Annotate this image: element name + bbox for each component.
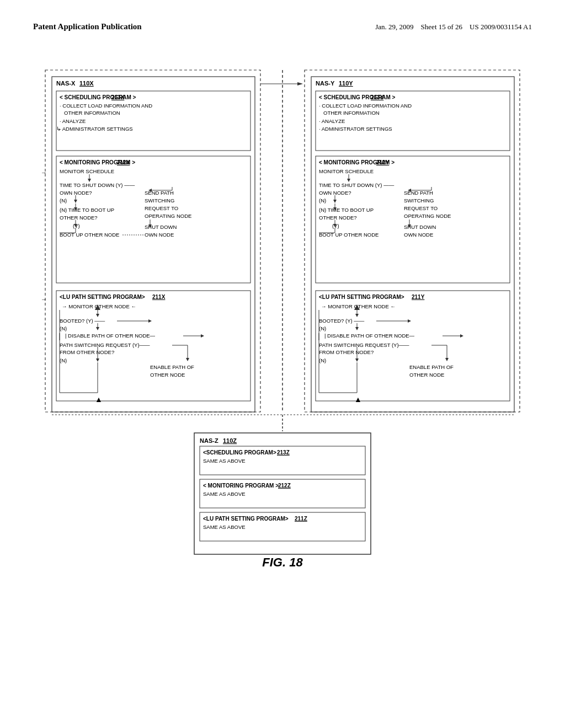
svg-text:NAS-X: NAS-X: [56, 80, 76, 87]
svg-text:<LU PATH SETTING PROGRAM>: <LU PATH SETTING PROGRAM>: [60, 294, 145, 300]
svg-text:→: →: [41, 296, 47, 303]
diagram-svg: NAS-X 110X < SCHEDULING PROGRAM > 213X ·…: [40, 65, 525, 572]
svg-text:REQUEST TO: REQUEST TO: [404, 205, 438, 211]
svg-text:OTHER NODE: OTHER NODE: [409, 372, 444, 378]
svg-text:PATH SWITCHING REQUEST (Y)——: PATH SWITCHING REQUEST (Y)——: [319, 342, 409, 348]
svg-text:110X: 110X: [79, 80, 94, 87]
svg-text:213Z: 213Z: [277, 449, 290, 456]
svg-text:<LU PATH SETTING PROGRAM>: <LU PATH SETTING PROGRAM>: [319, 294, 404, 300]
svg-text:(N): (N): [60, 357, 67, 363]
patent-title: Patent Application Publication: [33, 22, 142, 31]
svg-text:NAS-Y: NAS-Y: [316, 80, 335, 87]
svg-text:OPERATING NODE: OPERATING NODE: [145, 213, 191, 219]
svg-text:< SCHEDULING PROGRAM >: < SCHEDULING PROGRAM >: [319, 94, 396, 100]
svg-text:TIME TO SHUT DOWN    (Y) ——: TIME TO SHUT DOWN (Y) ——: [319, 182, 395, 188]
svg-text:· COLLECT LOAD INFORMATION AND: · COLLECT LOAD INFORMATION AND: [60, 103, 152, 109]
svg-text:(N): (N): [319, 357, 326, 363]
svg-text:↳: ↳: [56, 126, 61, 132]
svg-marker-130: [297, 82, 303, 85]
svg-text:→: →: [41, 169, 47, 176]
svg-text:· ADMINISTRATOR SETTINGS: · ADMINISTRATOR SETTINGS: [319, 126, 392, 132]
svg-text:SAME AS ABOVE: SAME AS ABOVE: [203, 491, 246, 497]
svg-text:SAME AS ABOVE: SAME AS ABOVE: [203, 458, 246, 464]
svg-text:FROM OTHER NODE?: FROM OTHER NODE?: [319, 349, 374, 355]
svg-text:SEND PATH: SEND PATH: [145, 190, 174, 196]
svg-text:OWN NODE?: OWN NODE?: [60, 190, 92, 196]
svg-text:FIG. 18: FIG. 18: [262, 555, 303, 569]
svg-text:OWN NODE?: OWN NODE?: [319, 190, 351, 196]
svg-text:212Y: 212Y: [376, 159, 390, 165]
svg-text:OTHER NODE?: OTHER NODE?: [60, 215, 98, 221]
diagram: NAS-X 110X < SCHEDULING PROGRAM > 213X ·…: [40, 65, 525, 572]
svg-text:SHUT DOWN: SHUT DOWN: [145, 224, 177, 230]
svg-text:PATH SWITCHING REQUEST (Y)——: PATH SWITCHING REQUEST (Y)——: [60, 342, 150, 348]
svg-text:OWN NODE: OWN NODE: [145, 232, 174, 238]
svg-text:<SCHEDULING PROGRAM>: <SCHEDULING PROGRAM>: [203, 449, 276, 456]
svg-text:OTHER INFORMATION: OTHER INFORMATION: [64, 110, 120, 116]
svg-text:BOOTED? (Y) ——: BOOTED? (Y) ——: [60, 318, 105, 324]
header-date: Jan. 29, 2009 Sheet 15 of 26 US 2009/003…: [375, 23, 532, 31]
svg-text:213Y: 213Y: [371, 94, 384, 100]
svg-text:OTHER NODE: OTHER NODE: [150, 372, 185, 378]
page: Patent Application Publication Jan. 29, …: [0, 0, 565, 728]
svg-text:(N): (N): [60, 325, 67, 331]
svg-text:OPERATING NODE: OPERATING NODE: [404, 213, 451, 219]
svg-text:MONITOR SCHEDULE: MONITOR SCHEDULE: [60, 168, 114, 174]
svg-text:OTHER INFORMATION: OTHER INFORMATION: [323, 110, 380, 116]
svg-text:(N): (N): [319, 325, 326, 331]
svg-text:MONITOR SCHEDULE: MONITOR SCHEDULE: [319, 168, 374, 174]
svg-text:BOOTED? (Y) ——: BOOTED? (Y) ——: [319, 318, 365, 324]
svg-text:▲: ▲: [354, 395, 362, 404]
svg-text:211X: 211X: [152, 294, 166, 300]
svg-text:· ADMINISTRATOR SETTINGS: · ADMINISTRATOR SETTINGS: [60, 126, 133, 132]
svg-text:< SCHEDULING PROGRAM >: < SCHEDULING PROGRAM >: [60, 94, 136, 100]
svg-text:OWN NODE: OWN NODE: [404, 232, 433, 238]
svg-text:(N): (N): [60, 197, 67, 204]
svg-text:NAS-Z: NAS-Z: [200, 437, 218, 444]
svg-text:213X: 213X: [111, 94, 125, 100]
svg-text:110Y: 110Y: [339, 80, 353, 87]
svg-text:SAME AS ABOVE: SAME AS ABOVE: [203, 524, 246, 530]
svg-text:· COLLECT LOAD INFORMATION AND: · COLLECT LOAD INFORMATION AND: [319, 103, 412, 109]
svg-text:ENABLE PATH OF: ENABLE PATH OF: [150, 364, 194, 370]
svg-text:< MONITORING PROGRAM >: < MONITORING PROGRAM >: [203, 483, 279, 489]
svg-text:▲: ▲: [95, 395, 103, 404]
svg-text:· ANALYZE: · ANALYZE: [60, 118, 86, 124]
svg-text:<LU PATH SETTING PROGRAM>: <LU PATH SETTING PROGRAM>: [203, 516, 289, 522]
svg-text:110Z: 110Z: [223, 437, 237, 444]
svg-text:REQUEST TO: REQUEST TO: [145, 205, 178, 211]
svg-text:(N) TIME TO BOOT UP: (N) TIME TO BOOT UP: [60, 207, 114, 213]
header: Patent Application Publication Jan. 29, …: [33, 22, 532, 31]
svg-text:(Y): (Y): [332, 223, 339, 229]
svg-text:SWITCHING: SWITCHING: [404, 197, 434, 204]
svg-text:FROM OTHER NODE?: FROM OTHER NODE?: [60, 349, 114, 355]
svg-text:| DISABLE PATH OF OTHER NODE—: | DISABLE PATH OF OTHER NODE—: [324, 333, 415, 339]
svg-text:(N): (N): [319, 197, 326, 204]
svg-text:212X: 212X: [117, 159, 130, 165]
svg-text:OTHER NODE?: OTHER NODE?: [319, 215, 357, 221]
svg-text:| DISABLE PATH OF OTHER NODE—: | DISABLE PATH OF OTHER NODE—: [65, 333, 156, 339]
svg-text:SWITCHING: SWITCHING: [145, 197, 174, 204]
svg-text:(N) TIME TO BOOT UP: (N) TIME TO BOOT UP: [319, 207, 374, 213]
svg-text:· ANALYZE: · ANALYZE: [319, 118, 345, 124]
svg-text:212Z: 212Z: [278, 483, 291, 489]
svg-text:ENABLE PATH OF: ENABLE PATH OF: [409, 364, 454, 370]
svg-text:211Y: 211Y: [412, 294, 425, 300]
svg-text:SEND PATH: SEND PATH: [404, 190, 433, 196]
svg-text:SHUT DOWN: SHUT DOWN: [404, 224, 436, 230]
svg-text:211Z: 211Z: [295, 516, 307, 522]
svg-text:(Y): (Y): [73, 223, 80, 229]
svg-text:TIME TO SHUT DOWN    (Y) ——: TIME TO SHUT DOWN (Y) ——: [60, 182, 135, 188]
